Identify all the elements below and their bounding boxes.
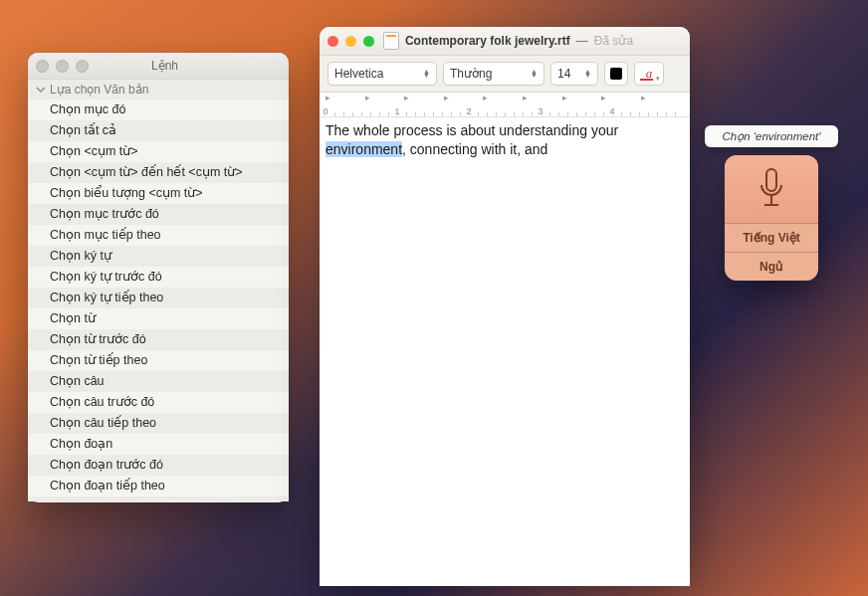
commands-titlebar[interactable]: Lệnh	[28, 53, 289, 80]
highlight-color-button[interactable]: a▾	[634, 62, 664, 86]
chevron-down-icon	[36, 85, 46, 95]
list-item[interactable]: Chọn ký tự trước đó	[28, 267, 289, 288]
tab-stop-icon[interactable]: ▸	[444, 93, 449, 102]
list-item[interactable]: Chọn mục tiếp theo	[28, 225, 289, 246]
textedit-titlebar[interactable]: Contemporary folk jewelry.rtf — Đã sửa	[320, 27, 690, 56]
font-size-value: 14	[557, 67, 570, 81]
minimize-icon[interactable]	[56, 60, 69, 73]
font-style-select[interactable]: Thường ▲▼	[443, 62, 544, 86]
ruler-number: 0	[323, 106, 327, 116]
microphone-icon	[725, 155, 818, 223]
list-item[interactable]: Chọn câu tiếp theo	[28, 413, 289, 434]
list-item[interactable]: Chọn ký tự tiếp theo	[28, 288, 289, 308]
list-item[interactable]: Chọn đoạn tiếp theo	[28, 476, 289, 497]
formatting-toolbar: Helvetica ▲▼ Thường ▲▼ 14 ▲▼ a▾	[320, 56, 690, 93]
tab-stop-icon[interactable]: ▸	[562, 93, 567, 102]
window-title: Contemporary folk jewelry.rtf — Đã sửa	[380, 32, 636, 50]
font-style-value: Thường	[450, 67, 492, 81]
list-item[interactable]: Chọn biểu tượng <cụm từ>	[28, 183, 289, 204]
list-item[interactable]: Chọn <cụm từ>	[28, 141, 289, 162]
list-item[interactable]: Chọn <cụm từ> đến hết <cụm từ>	[28, 162, 289, 183]
tab-stop-icon[interactable]: ▸	[365, 93, 370, 102]
ruler-number: 2	[466, 106, 471, 116]
commands-section-label: Lựa chọn Văn bản	[50, 83, 148, 97]
document-filename: Contemporary folk jewelry.rtf	[405, 34, 570, 48]
traffic-lights	[327, 36, 374, 47]
list-item[interactable]: Chọn câu	[28, 371, 289, 392]
language-label: Tiếng Việt	[743, 231, 800, 245]
voice-control-panel: Tiếng Việt Ngủ	[725, 155, 818, 281]
body-text: , connecting with it, and	[402, 141, 547, 157]
close-icon[interactable]	[36, 60, 49, 73]
font-family-select[interactable]: Helvetica ▲▼	[327, 62, 437, 86]
chevron-down-icon: ▾	[656, 75, 660, 83]
tab-stop-icon[interactable]: ▸	[404, 93, 409, 102]
ruler-number: 4	[609, 106, 614, 116]
list-item[interactable]: Chọn mục đó	[28, 99, 289, 120]
font-family-value: Helvetica	[334, 67, 383, 81]
list-item[interactable]: Chọn từ tiếp theo	[28, 350, 289, 371]
tab-stop-icon[interactable]: ▸	[326, 93, 330, 102]
updown-icon: ▲▼	[584, 70, 591, 78]
list-item[interactable]: Chọn đoạn trước đó	[28, 455, 289, 476]
commands-section-header[interactable]: Lựa chọn Văn bản	[28, 80, 289, 99]
textedit-window: Contemporary folk jewelry.rtf — Đã sửa H…	[320, 27, 690, 569]
tab-stop-icon[interactable]: ▸	[483, 93, 488, 102]
list-item[interactable]: Chọn tất cả	[28, 120, 289, 141]
document-body[interactable]: The whole process is about understanding…	[320, 117, 690, 586]
updown-icon: ▲▼	[531, 70, 538, 78]
text-color-button[interactable]	[604, 62, 628, 86]
edited-label: Đã sửa	[594, 34, 633, 48]
color-swatch-icon	[610, 68, 622, 80]
ruler[interactable]: ▸▸▸▸▸▸▸▸▸ 01234	[320, 93, 690, 117]
voice-command-tip: Chọn 'environment'	[705, 125, 838, 147]
list-item[interactable]: Chọn từ trước đó	[28, 329, 289, 350]
sleep-button[interactable]: Ngủ	[725, 252, 818, 281]
tab-stop-icon[interactable]: ▸	[523, 93, 528, 102]
selected-text: environment	[326, 141, 402, 157]
ruler-number: 3	[538, 106, 542, 116]
language-button[interactable]: Tiếng Việt	[725, 223, 818, 252]
zoom-icon[interactable]	[363, 36, 374, 47]
sleep-label: Ngủ	[760, 260, 783, 274]
tab-stop-icon[interactable]: ▸	[641, 93, 646, 102]
list-item[interactable]: Chọn ký tự	[28, 246, 289, 267]
traffic-lights	[36, 60, 89, 73]
body-text: The whole process is about understanding…	[326, 122, 618, 138]
commands-title: Lệnh	[95, 59, 235, 73]
list-item[interactable]: Chọn câu trước đó	[28, 392, 289, 413]
list-item[interactable]: Chọn từ	[28, 308, 289, 329]
updown-icon: ▲▼	[423, 70, 430, 78]
font-size-select[interactable]: 14 ▲▼	[550, 62, 598, 86]
minimize-icon[interactable]	[345, 36, 356, 47]
close-icon[interactable]	[327, 36, 338, 47]
svg-rect-0	[766, 169, 776, 191]
list-item[interactable]: Chọn đoạn	[28, 434, 289, 455]
tab-stop-icon[interactable]: ▸	[601, 93, 606, 102]
document-icon	[383, 32, 399, 50]
ruler-number: 1	[394, 106, 399, 116]
commands-list[interactable]: Chọn mục đóChọn tất cảChọn <cụm từ>Chọn …	[28, 99, 289, 501]
tip-text: Chọn 'environment'	[723, 129, 821, 143]
commands-window: Lệnh Lựa chọn Văn bản Chọn mục đóChọn tấ…	[28, 53, 289, 502]
zoom-icon[interactable]	[76, 60, 89, 73]
list-item[interactable]: Chọn mục trước đó	[28, 204, 289, 225]
list-item[interactable]: Chọn dòng	[28, 497, 289, 501]
